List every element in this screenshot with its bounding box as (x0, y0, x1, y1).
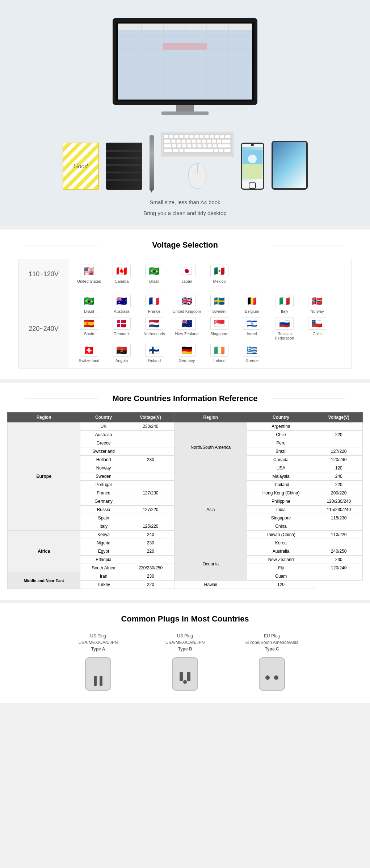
svg-rect-80 (259, 658, 285, 690)
flag-netherlands: 🇳🇱 Netherlands (140, 317, 169, 340)
country-canada-r: Canada (247, 456, 315, 464)
svg-rect-40 (176, 139, 181, 143)
voltage-guam (315, 572, 363, 581)
country-brazil-r: Brazil (247, 447, 315, 456)
hero-section: Good (0, 0, 370, 226)
th-region-right: Region (175, 413, 247, 422)
flag-icon-nz: 🇳🇿 (178, 317, 196, 330)
country-holland: Holland (80, 456, 127, 464)
flag-icon-gb: 🇬🇧 (178, 295, 196, 307)
country-kenya: Kenya (80, 531, 127, 539)
th-voltage-right: Voltage(V) (315, 413, 363, 422)
flag-greece: 🇬🇷 Greece (237, 344, 266, 363)
voltage-greece-eu (127, 439, 174, 447)
voltage-australia-r: 240/250 (315, 547, 363, 556)
voltage-hawaii: 120 (247, 581, 315, 589)
country-nigeria: Nigeria (80, 539, 127, 547)
voltage-argentina (315, 422, 363, 431)
flag-chile: 🇨🇱 Chile (303, 317, 332, 340)
svg-rect-55 (192, 144, 197, 148)
flag-icon-dk: 🇩🇰 (113, 317, 131, 330)
table-body: Europe UK 230/240 North/South America Ar… (8, 422, 363, 589)
flag-icon-it: 🇮🇹 (276, 295, 294, 307)
svg-rect-44 (197, 139, 201, 143)
voltage-title: Voltage Selection (7, 240, 363, 250)
voltage-chile-r: 220 (315, 431, 363, 439)
country-uk: UK (80, 422, 127, 431)
voltage-taiwan: 110/220 (315, 531, 363, 539)
svg-rect-41 (181, 139, 186, 143)
flag-icon-es: 🇪🇸 (80, 317, 98, 330)
flag-icon-no: 🇳🇴 (308, 295, 326, 307)
countries-section: More Countries Information Reference Reg… (0, 383, 370, 600)
country-guam: Guam (247, 572, 315, 581)
flag-icon-au: 🇦🇺 (113, 295, 131, 307)
country-norway: Norway (80, 464, 127, 472)
flag-icon-fr: 🇫🇷 (145, 295, 163, 307)
flag-italy: 🇮🇹 Italy (270, 295, 299, 313)
svg-rect-61 (164, 149, 172, 152)
flag-russia: 🇷🇺 Russian Federation (270, 317, 299, 340)
plugs-section: Common Plugs In Most Countries US Plug U… (0, 603, 370, 703)
flag-icon-jp: 🇯🇵 (178, 265, 196, 277)
country-switzerland-eu: Switzerland (80, 447, 127, 456)
country-singapore-r: Singapore (247, 514, 315, 522)
flag-ireland: 🇮🇪 Ireland (205, 344, 234, 363)
svg-rect-51 (172, 144, 176, 148)
mouse-svg (186, 161, 208, 190)
phone-item (241, 143, 264, 190)
svg-rect-33 (205, 135, 209, 138)
svg-rect-62 (173, 149, 178, 152)
voltage-flags-220: 🇧🇷 Brazil 🇦🇺 Australia 🇫🇷 France 🇬🇧 Unit… (69, 289, 352, 368)
voltage-russia-eu: 127/220 (127, 506, 174, 514)
svg-rect-21 (176, 105, 194, 112)
mini-pc-item (106, 143, 142, 190)
svg-rect-64 (184, 149, 213, 152)
svg-rect-34 (210, 135, 214, 138)
flag-icon-sg: 🇸🇬 (210, 317, 228, 330)
svg-rect-27 (174, 135, 178, 138)
voltage-korea (315, 539, 363, 547)
voltage-nigeria: 230 (127, 539, 174, 547)
svg-rect-35 (215, 135, 219, 138)
svg-point-72 (248, 155, 257, 163)
svg-rect-39 (171, 139, 176, 143)
voltage-egypt: 220 (127, 547, 174, 556)
country-italy-eu: Italy (80, 522, 127, 531)
voltage-spain-eu (127, 514, 174, 522)
plug-svg-a (84, 656, 113, 692)
tablet-item (272, 141, 308, 190)
country-peru: Peru (247, 439, 315, 447)
flag-icon-fi: 🇫🇮 (145, 344, 163, 357)
svg-rect-31 (194, 135, 199, 138)
svg-rect-57 (202, 144, 207, 148)
flag-icon-ru: 🇷🇺 (276, 317, 294, 330)
svg-rect-52 (177, 144, 181, 148)
pen-item (150, 135, 154, 190)
svg-rect-75 (100, 676, 102, 686)
plug-label-a: US Plug USA/MEX/CAN/JPN Type A (79, 633, 118, 652)
th-country-right: Country (247, 413, 315, 422)
region-oceania: Oceania (175, 547, 247, 581)
voltage-ethiopia (127, 556, 174, 564)
svg-rect-32 (199, 135, 204, 138)
svg-rect-60 (218, 144, 231, 148)
voltage-france-eu: 127/230 (127, 489, 174, 497)
voltage-philippine: 120/230/240 (315, 497, 363, 506)
flag-spain: 🇪🇸 Spain (75, 317, 104, 340)
flag-icon-ie: 🇮🇪 (210, 344, 228, 357)
country-ethiopia: Ethiopia (80, 556, 127, 564)
country-korea: Korea (247, 539, 315, 547)
svg-rect-78 (187, 672, 190, 681)
svg-rect-49 (222, 139, 231, 143)
country-usa: USA (247, 464, 315, 472)
country-iran: Iran (80, 572, 127, 581)
countries-title: More Countries Information Reference (7, 394, 363, 403)
plug-label-c: EU Plug Europe/South America/Asia Type C (245, 633, 299, 652)
country-argentina: Argentina (247, 422, 315, 431)
voltage-italy-eu: 125/220 (127, 522, 174, 531)
countries-table: Region Country Voltage(V) Region Country… (7, 412, 363, 589)
th-region-left: Region (8, 413, 80, 422)
region-middle-east: Middle and Near East (8, 572, 80, 589)
products-row: Good (7, 132, 363, 190)
